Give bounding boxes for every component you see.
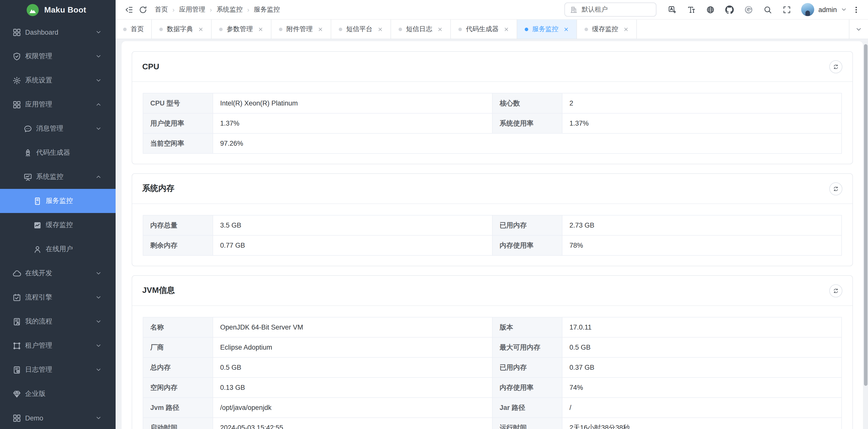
tab-status-dot xyxy=(279,27,282,31)
tab-close-icon[interactable] xyxy=(623,26,629,32)
tab-attachment[interactable]: 附件管理 xyxy=(271,20,331,39)
sidebar-item-cache-monitor[interactable]: 缓存监控 xyxy=(0,213,116,237)
tab-sms-platform[interactable]: 短信平台 xyxy=(331,20,391,39)
tab-params[interactable]: 参数管理 xyxy=(212,20,271,39)
field-value: 2 xyxy=(562,93,842,113)
cpu-info-table: CPU 型号Intel(R) Xeon(R) Platinum核心数2用户使用率… xyxy=(143,93,842,154)
field-label: 空闲内存 xyxy=(143,377,213,398)
sidebar-item-label: 在线开发 xyxy=(25,269,52,278)
field-value: 1.37% xyxy=(213,113,492,133)
sidebar-item-codegen[interactable]: 代码生成器 xyxy=(0,141,116,165)
tab-status-dot xyxy=(219,27,223,31)
tab-status-dot xyxy=(525,27,528,31)
field-value: 0.77 GB xyxy=(213,235,492,256)
field-label: Jar 路径 xyxy=(492,398,562,418)
globe-button[interactable] xyxy=(703,2,717,16)
sidebar-item-permission[interactable]: 权限管理 xyxy=(0,44,116,68)
tab-home[interactable]: 首页 xyxy=(116,20,152,39)
doc-check-icon xyxy=(12,365,21,374)
user-menu[interactable]: admin xyxy=(801,3,847,16)
field-value: 2.73 GB xyxy=(562,215,842,235)
field-label: 名称 xyxy=(143,317,213,337)
table-row: 空闲内存0.13 GB内存使用率74% xyxy=(143,377,842,398)
gitee-button[interactable] xyxy=(741,2,755,16)
more-menu-button[interactable] xyxy=(850,3,862,16)
field-value: 2天16小时38分38秒 xyxy=(562,418,842,429)
refresh-sync-icon xyxy=(833,186,839,192)
chevron-down-icon xyxy=(95,126,101,132)
refresh-sync-icon xyxy=(833,288,839,294)
field-value: Intel(R) Xeon(R) Platinum xyxy=(213,93,492,113)
field-value: 0.5 GB xyxy=(213,357,492,377)
tab-overflow-button[interactable] xyxy=(849,20,868,39)
sidebar-item-service-monitor[interactable]: 服务监控 xyxy=(0,189,116,213)
jvm-info-table: 名称OpenJDK 64-Bit Server VM版本17.0.11厂商Ecl… xyxy=(143,317,842,429)
sidebar-item-online-dev[interactable]: 在线开发 xyxy=(0,261,116,285)
fullscreen-button[interactable] xyxy=(779,2,794,16)
sidebar-item-system-settings[interactable]: 系统设置 xyxy=(0,68,116,92)
tab-close-icon[interactable] xyxy=(563,26,569,32)
sidebar-item-label: 流程引擎 xyxy=(25,293,52,302)
translate-icon xyxy=(668,5,676,14)
sidebar-item-dashboard[interactable]: Dashboard xyxy=(0,20,116,44)
grid-icon xyxy=(12,414,21,422)
card-refresh-button[interactable] xyxy=(829,284,842,297)
tab-close-icon[interactable] xyxy=(437,26,443,32)
sidebar-item-demo[interactable]: Demo xyxy=(0,406,116,429)
main-column: 首页›应用管理›系统监控›服务监控 默认租户 admin 首页数据字典参数管理附… xyxy=(116,0,868,429)
tab-close-icon[interactable] xyxy=(258,26,264,32)
tab-close-icon[interactable] xyxy=(198,26,204,32)
tab-close-icon[interactable] xyxy=(318,26,323,32)
card-refresh-button[interactable] xyxy=(829,60,842,73)
sidebar-item-label: 应用管理 xyxy=(25,100,52,109)
tab-service-monitor[interactable]: 服务监控 xyxy=(517,20,577,39)
sidebar-item-enterprise[interactable]: 企业版 xyxy=(0,382,116,406)
tab-close-icon[interactable] xyxy=(377,26,383,32)
gear-icon xyxy=(12,76,21,85)
breadcrumb-item[interactable]: 应用管理 xyxy=(179,5,205,14)
tab-codegen[interactable]: 代码生成器 xyxy=(451,20,517,39)
translate-button[interactable] xyxy=(665,2,679,16)
sidebar-item-workflow[interactable]: 流程引擎 xyxy=(0,285,116,309)
tab-close-icon[interactable] xyxy=(504,26,509,32)
scrollbar-thumb[interactable] xyxy=(864,44,868,386)
sidebar-item-app-management[interactable]: 应用管理 xyxy=(0,92,116,117)
tab-label: 首页 xyxy=(131,25,144,34)
breadcrumb-item[interactable]: 系统监控 xyxy=(216,5,243,14)
font-size-button[interactable] xyxy=(684,2,698,16)
search-button[interactable] xyxy=(761,2,775,16)
breadcrumb-item[interactable]: 首页 xyxy=(155,5,168,14)
tenant-select[interactable]: 默认租户 xyxy=(564,2,656,16)
breadcrumb-item[interactable]: 服务监控 xyxy=(254,5,280,14)
sidebar-item-label: 租户管理 xyxy=(25,341,52,350)
sidebar-item-my-workflow[interactable]: 我的流程 xyxy=(0,309,116,334)
table-row: 用户使用率1.37%系统使用率1.37% xyxy=(143,113,842,133)
tab-sms-log[interactable]: 短信日志 xyxy=(391,20,451,39)
card-refresh-button[interactable] xyxy=(829,182,842,195)
breadcrumb-separator: › xyxy=(210,6,212,13)
tab-dict[interactable]: 数据字典 xyxy=(152,20,212,39)
field-label: 当前空闲率 xyxy=(143,133,213,154)
sidebar-item-system-monitor[interactable]: 系统监控 xyxy=(0,165,116,189)
field-label: 已用内存 xyxy=(492,215,562,235)
chevron-down-icon xyxy=(95,294,101,300)
field-label: 剩余内存 xyxy=(143,235,213,256)
tab-cache-monitor[interactable]: 缓存监控 xyxy=(577,20,637,39)
grid-icon xyxy=(12,28,21,36)
collapse-sidebar-button[interactable] xyxy=(122,2,136,16)
chevron-down-icon xyxy=(95,29,101,35)
sidebar-item-tenant[interactable]: 租户管理 xyxy=(0,334,116,358)
app-logo[interactable]: Maku Boot xyxy=(0,0,116,20)
kebab-menu-icon xyxy=(852,6,860,13)
sidebar-item-online-users[interactable]: 在线用户 xyxy=(0,237,116,261)
fullscreen-icon xyxy=(782,5,791,14)
tab-status-dot xyxy=(399,27,402,31)
field-label: 内存使用率 xyxy=(492,235,562,256)
field-label: 最大可用内存 xyxy=(492,337,562,357)
refresh-page-button[interactable] xyxy=(136,2,150,16)
rocket-icon xyxy=(24,148,32,157)
github-button[interactable] xyxy=(722,2,736,16)
sidebar-item-log[interactable]: 日志管理 xyxy=(0,358,116,382)
sidebar-item-message[interactable]: 消息管理 xyxy=(0,117,116,141)
diamond-icon xyxy=(12,390,21,398)
